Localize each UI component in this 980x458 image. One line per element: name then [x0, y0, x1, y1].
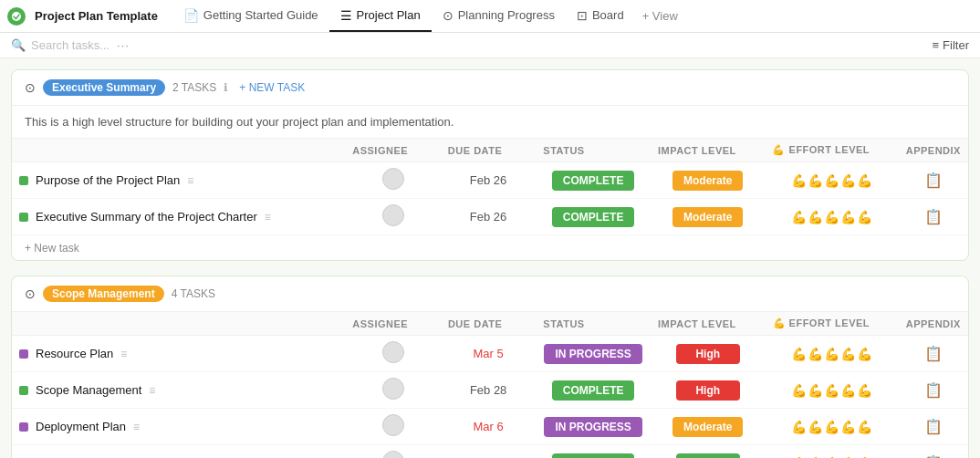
- task-dot: [19, 176, 28, 185]
- col-task-header: [12, 139, 345, 162]
- collapse-scope-management-button[interactable]: ⊙: [25, 286, 36, 301]
- add-task-button-exec[interactable]: + New task: [25, 242, 79, 255]
- appendix-icon[interactable]: 📋: [924, 209, 943, 224]
- impact-badge[interactable]: High: [676, 380, 740, 401]
- task-name-cell: Purpose of the Project Plan ≡: [12, 162, 345, 199]
- collapse-executive-summary-button[interactable]: ⊙: [25, 80, 36, 95]
- assignee-cell: [345, 409, 441, 445]
- new-task-button[interactable]: + NEW TASK: [239, 81, 305, 94]
- main-content: ⊙ Executive Summary 2 TASKS ℹ + NEW TASK…: [0, 58, 980, 458]
- task-name-label[interactable]: Executive Summary of the Project Charter: [36, 210, 257, 224]
- status-cell: COMPLETE: [536, 199, 651, 235]
- scope-col-appendix-header: APPENDIX: [899, 312, 968, 336]
- appendix-icon[interactable]: 📋: [924, 172, 943, 188]
- status-cell: COMPLETE: [536, 162, 651, 199]
- task-name-cell: Project Assumptions and Constraints ≡: [12, 445, 345, 459]
- scope-col-status-header: STATUS: [536, 312, 651, 336]
- due-date-label: Mar 6: [474, 420, 504, 433]
- due-date-cell: Mar 1: [441, 445, 536, 459]
- tab-planning-progress[interactable]: ⊙ Planning Progress: [432, 0, 566, 32]
- impact-badge[interactable]: Moderate: [672, 171, 743, 191]
- due-date-cell: Feb 26: [441, 199, 536, 235]
- due-date-cell: Mar 5: [441, 336, 536, 372]
- executive-summary-task-count: 2 TASKS: [172, 81, 216, 94]
- status-badge[interactable]: COMPLETE: [552, 453, 635, 459]
- avatar[interactable]: [382, 451, 404, 458]
- task-name-label[interactable]: Deployment Plan: [36, 420, 126, 433]
- impact-cell: High: [651, 372, 766, 409]
- search-placeholder: Search tasks...: [31, 38, 109, 52]
- impact-cell: Moderate: [651, 162, 766, 199]
- filter-button[interactable]: ≡ Filter: [933, 38, 969, 52]
- impact-cell: Moderate: [651, 409, 766, 445]
- avatar[interactable]: [382, 341, 404, 363]
- impact-badge[interactable]: Low: [676, 453, 740, 459]
- appendix-icon[interactable]: 📋: [924, 419, 943, 434]
- status-badge[interactable]: COMPLETE: [552, 380, 635, 401]
- app-logo: [7, 7, 26, 26]
- appendix-icon[interactable]: 📋: [924, 382, 943, 398]
- due-date-label: Feb 28: [470, 383, 506, 397]
- task-dot: [19, 386, 28, 395]
- effort-cell: 💪💪💪💪💪: [766, 336, 899, 372]
- table-row: Resource Plan ≡ Mar 5 IN PROGRESS High 💪…: [12, 336, 968, 372]
- search-bar[interactable]: 🔍 Search tasks...: [11, 38, 109, 52]
- status-badge[interactable]: IN PROGRESS: [544, 344, 641, 364]
- scope-col-impact-header: IMPACT LEVEL: [651, 312, 766, 336]
- table-row: Deployment Plan ≡ Mar 6 IN PROGRESS Mode…: [12, 409, 968, 445]
- table-header-row: ASSIGNEE DUE DATE STATUS IMPACT LEVEL 💪 …: [12, 139, 968, 162]
- task-name-label[interactable]: Purpose of the Project Plan: [36, 173, 180, 187]
- more-options-button[interactable]: ···: [117, 38, 130, 52]
- filter-icon: ≡: [933, 38, 940, 52]
- tab-getting-started[interactable]: 📄 Getting Started Guide: [172, 0, 329, 32]
- due-date-cell: Feb 26: [441, 162, 536, 199]
- assignee-cell: [345, 372, 441, 409]
- tab-project-plan[interactable]: ☰ Project Plan: [329, 0, 432, 32]
- impact-badge[interactable]: Moderate: [672, 417, 743, 437]
- effort-icons: 💪💪💪💪💪: [791, 210, 873, 224]
- task-menu-icon[interactable]: ≡: [133, 421, 140, 433]
- scope-col-duedate-header: DUE DATE: [441, 312, 536, 336]
- task-dot: [19, 349, 28, 359]
- scope-col-effort-header: 💪 EFFORT LEVEL: [766, 312, 899, 336]
- appendix-cell: 📋: [899, 336, 968, 372]
- appendix-cell: 📋: [899, 409, 968, 445]
- table-row: Executive Summary of the Project Charter…: [12, 199, 968, 235]
- status-badge[interactable]: COMPLETE: [552, 171, 635, 191]
- avatar[interactable]: [382, 204, 404, 226]
- add-view-button[interactable]: + View: [635, 9, 685, 23]
- appendix-icon[interactable]: 📋: [924, 346, 943, 361]
- tab-board[interactable]: ⊡ Board: [566, 0, 635, 32]
- task-menu-icon[interactable]: ≡: [120, 348, 127, 360]
- task-name-label[interactable]: Scope Management: [36, 383, 141, 397]
- impact-badge[interactable]: High: [676, 344, 740, 364]
- avatar[interactable]: [382, 414, 404, 436]
- task-name-cell: Deployment Plan ≡: [12, 409, 345, 445]
- project-title: Project Plan Template: [35, 9, 158, 23]
- due-date-label: Feb 26: [470, 210, 506, 224]
- assignee-cell: [345, 199, 441, 235]
- col-impact-header: IMPACT LEVEL: [651, 139, 766, 162]
- impact-badge[interactable]: Moderate: [672, 207, 743, 227]
- appendix-cell: 📋: [899, 199, 968, 235]
- table-row: Purpose of the Project Plan ≡ Feb 26 COM…: [12, 162, 968, 199]
- section-description: This is a high level structure for build…: [12, 106, 968, 139]
- due-date-label: Mar 5: [474, 347, 504, 360]
- status-badge[interactable]: COMPLETE: [552, 207, 635, 227]
- status-badge[interactable]: IN PROGRESS: [544, 417, 641, 437]
- avatar[interactable]: [382, 168, 404, 190]
- board-icon: ⊡: [577, 8, 588, 23]
- col-duedate-header: DUE DATE: [441, 139, 536, 162]
- avatar[interactable]: [382, 378, 404, 400]
- effort-icons: 💪💪💪💪💪: [791, 420, 873, 434]
- effort-icons: 💪💪💪💪💪: [791, 383, 873, 398]
- status-cell: IN PROGRESS: [536, 409, 651, 445]
- col-effort-header: 💪 EFFORT LEVEL: [765, 139, 898, 162]
- task-name-label[interactable]: Resource Plan: [36, 347, 113, 360]
- task-menu-icon[interactable]: ≡: [187, 174, 193, 187]
- task-menu-icon[interactable]: ≡: [149, 384, 155, 397]
- search-icon: 🔍: [11, 38, 26, 52]
- executive-summary-tag: Executive Summary: [43, 79, 165, 96]
- task-menu-icon[interactable]: ≡: [265, 211, 271, 224]
- impact-cell: Low: [651, 445, 766, 459]
